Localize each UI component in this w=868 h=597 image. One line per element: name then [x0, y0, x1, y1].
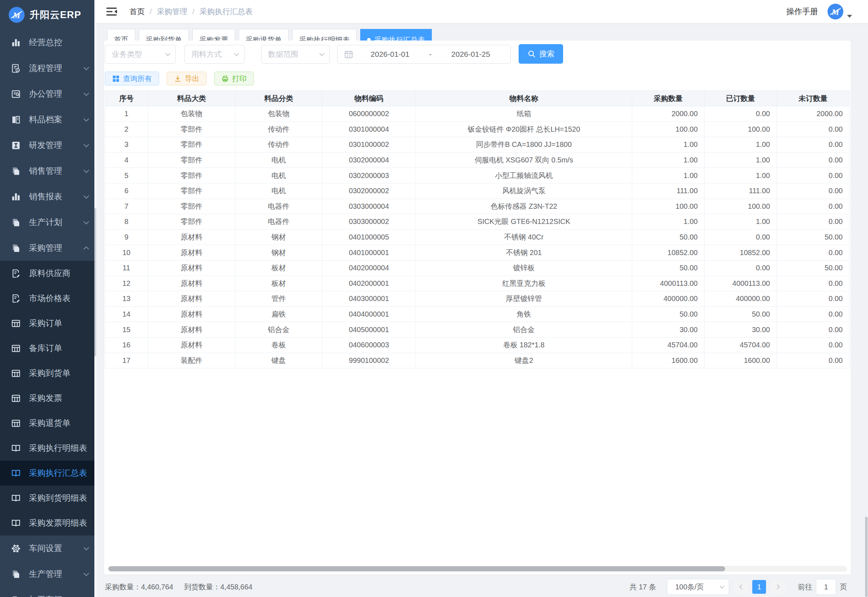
sidebar-item-21[interactable]: 车间设置 [0, 536, 96, 561]
topbar: 首页 / 采购管理 / 采购执行汇总表 操作手册 M [96, 0, 868, 23]
sidebar-item-11[interactable]: 市场价格表 [0, 286, 96, 311]
horizontal-scrollbar-track[interactable] [108, 566, 847, 572]
export-button[interactable]: 导出 [167, 72, 206, 85]
printer-icon [221, 75, 229, 83]
sidebar-item-label: 采购发票明细表 [29, 517, 88, 529]
sidebar-item-10[interactable]: 原料供应商 [0, 261, 96, 286]
sidebar-item-22[interactable]: 生产管理 [0, 561, 96, 587]
sidebar-item-9[interactable]: 采购管理 [0, 235, 96, 261]
sidebar-scrollbar-thumb[interactable] [95, 208, 96, 356]
table-row[interactable]: 15原材料铝合金0405000001铝合金30.0030.000.00 [105, 322, 850, 337]
app-logo[interactable]: M 升阳云ERP [0, 0, 96, 30]
table-cell: 原材料 [148, 245, 236, 260]
table-cell: 扁铁 [236, 306, 322, 322]
totals-summary: 采购数量：4,460,764到货数量：4,458,664 [105, 582, 252, 592]
table-cell: 钢材 [236, 245, 322, 260]
table-row[interactable]: 5零部件电机0302000003小型工频轴流风机1.001.000.00 [105, 168, 850, 183]
chevron-down-icon [83, 116, 89, 122]
search-button[interactable]: 搜索 [518, 44, 563, 64]
table-cell: 50.00 [632, 260, 705, 276]
chart-bars-icon [11, 192, 21, 202]
date-start-value[interactable]: 2026-01-01 [357, 50, 423, 59]
date-end-value[interactable]: 2026-01-25 [438, 50, 504, 59]
table-cell: 0.00 [777, 276, 850, 291]
user-avatar[interactable]: M [828, 4, 843, 19]
goto-page-input[interactable] [816, 579, 836, 595]
table-cell: 零部件 [148, 214, 236, 230]
table-row[interactable]: 17装配件键盘9990100002键盘21600.001600.000.00 [105, 353, 850, 368]
column-header: 料品大类 [148, 91, 236, 106]
date-range-picker[interactable]: 2026-01-01 - 2026-01-25 [337, 45, 511, 64]
sidebar-item-8[interactable]: 生产计划 [0, 209, 96, 235]
table-row[interactable]: 16原材料卷板0406000003卷板 182*1.845704.0045704… [105, 337, 850, 353]
table-row[interactable]: 3零部件传动件0301000002同步带件B CA=1800 JJ=18001.… [105, 137, 850, 153]
sidebar-item-5[interactable]: 研发管理 [0, 132, 96, 158]
table-row[interactable]: 8零部件电器件0303000002SICK光眼 GTE6-N1212SICK1.… [105, 214, 850, 230]
sidebar-item-19[interactable]: 采购到货明细表 [0, 486, 96, 511]
table-row[interactable]: 2零部件传动件0301000004钣金铰链件 Φ20圆杆 总长LH=152010… [105, 122, 850, 137]
sidebar-item-label: 办公管理 [29, 88, 84, 100]
table-row[interactable]: 7零部件电器件0303000004色标传感器 Z3N-T22100.00100.… [105, 199, 850, 214]
column-header: 物料编码 [322, 91, 416, 106]
table-row[interactable]: 11原材料板材0402000004镀锌板50.000.0050.00 [105, 260, 850, 276]
sidebar-item-label: 生产计划 [29, 217, 84, 228]
table-cell: 板材 [236, 276, 322, 291]
sidebar-item-1[interactable]: 经营总控 [0, 30, 96, 55]
sidebar-item-2[interactable]: 流程管理 [0, 55, 96, 81]
table-row[interactable]: 14原材料扁铁0404000001角铁50.0050.000.00 [105, 306, 850, 322]
manual-link[interactable]: 操作手册 [786, 6, 818, 17]
print-button[interactable]: 打印 [214, 72, 254, 85]
page-size-select[interactable]: 100条/页 [667, 579, 729, 595]
sidebar-item-12[interactable]: 采购订单 [0, 311, 96, 336]
table-cell: 零部件 [148, 183, 236, 199]
sidebar-item-23[interactable]: 加工车间 [0, 587, 96, 597]
next-page-button[interactable] [771, 580, 785, 594]
sidebar-item-7[interactable]: 销售报表 [0, 184, 96, 209]
sidebar-item-13[interactable]: 备库订单 [0, 336, 96, 361]
chevron-down-icon [165, 50, 170, 56]
table-row[interactable]: 4零部件电机0302000004伺服电机 XSG607 双向 0.5m/s1.0… [105, 152, 850, 168]
table-row[interactable]: 13原材料管件0403000001厚壁镀锌管400000.00400000.00… [105, 291, 850, 307]
query-all-button[interactable]: 查询所有 [105, 72, 159, 85]
horizontal-scrollbar-thumb[interactable] [108, 566, 725, 571]
prev-page-button[interactable] [734, 580, 748, 594]
collapse-menu-icon[interactable] [106, 7, 117, 16]
archive-book-icon [11, 115, 21, 125]
sidebar-item-14[interactable]: 采购到货单 [0, 361, 96, 386]
user-menu-caret-icon[interactable] [847, 15, 852, 18]
sidebar-item-3[interactable]: 办公管理 [0, 81, 96, 107]
breadcrumb-home[interactable]: 首页 [129, 6, 145, 16]
table-row[interactable]: 12原材料板材0402000001红黑亚克力板4000113.004000113… [105, 276, 850, 291]
sidebar-item-20[interactable]: 采购发票明细表 [0, 511, 96, 536]
sidebar-item-6[interactable]: 销售管理 [0, 158, 96, 184]
sidebar-item-label: 采购执行明细表 [29, 443, 88, 454]
sidebar-item-15[interactable]: 采购发票 [0, 386, 96, 411]
material-usage-select[interactable]: 用料方式 [184, 45, 244, 64]
table-cell: 0.00 [777, 152, 850, 168]
page-number-1[interactable]: 1 [752, 580, 766, 594]
sidebar-item-16[interactable]: 采购退货单 [0, 411, 96, 436]
summary-table: 序号料品大类料品分类物料编码物料名称采购数量已订数量未订数量1包装物包装物060… [105, 91, 850, 368]
business-type-select[interactable]: 业务类型 [105, 45, 176, 64]
sidebar-item-17[interactable]: 采购执行明细表 [0, 436, 96, 460]
column-header: 物料名称 [416, 91, 632, 106]
column-header: 已订数量 [705, 91, 777, 106]
table-row[interactable]: 1包装物包装物0600000002纸箱2000.000.002000.00 [105, 106, 850, 122]
sidebar-item-4[interactable]: 料品档案 [0, 107, 96, 132]
table-row[interactable]: 10原材料钢材0401000001不锈钢 20110852.0010852.00… [105, 245, 850, 260]
table-cell: 0302000002 [322, 183, 416, 199]
table-cell: 50.00 [705, 306, 777, 322]
data-scope-select[interactable]: 数据范围 [261, 45, 330, 64]
book-open-icon [11, 518, 21, 528]
table-cell: 100.00 [705, 122, 777, 137]
page-footer: 采购数量：4,460,764到货数量：4,458,664 共 17 条 100条… [105, 578, 847, 596]
table-cell: 0.00 [705, 260, 777, 276]
pages-icon [11, 595, 21, 597]
table-row[interactable]: 9原材料钢材0401000005不锈钢 40Cr50.000.0050.00 [105, 229, 850, 245]
table-cell: 100.00 [632, 122, 705, 137]
table-row[interactable]: 6零部件电机0302000002风机旋涡气泵111.00111.000.00 [105, 183, 850, 199]
main-area: 首页 / 采购管理 / 采购执行汇总表 操作手册 M 首页采购到货单采购发票采购… [96, 0, 868, 597]
sidebar-item-18-active[interactable]: 采购执行汇总表 [0, 460, 96, 486]
vertical-scrollbar-thumb[interactable] [865, 517, 868, 597]
table-cell: 9990100002 [322, 353, 416, 368]
